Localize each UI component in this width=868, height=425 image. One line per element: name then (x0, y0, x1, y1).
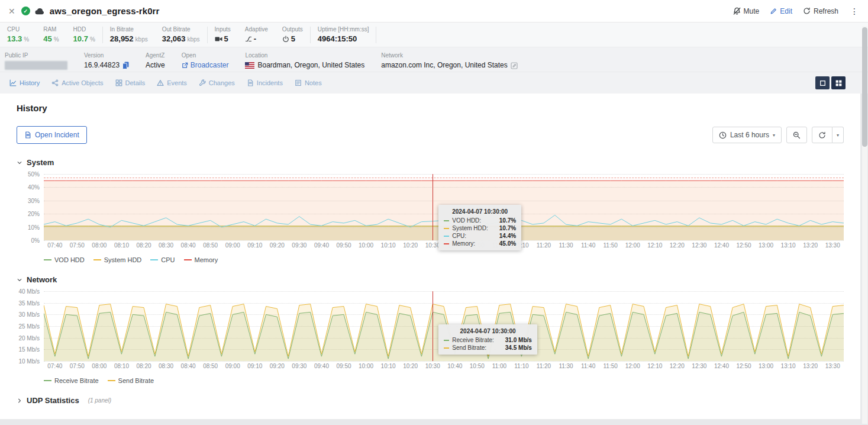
info-location: Location Boardman, Oregon, United States (237, 51, 373, 69)
hdd-unit: % (90, 37, 95, 43)
tooltip-title: 2024-04-07 10:30:00 (444, 208, 516, 215)
x-tick-label: 12:00 (625, 363, 640, 369)
copy-icon[interactable] (122, 62, 129, 69)
chart-cursor (433, 174, 433, 240)
clock-icon (719, 131, 727, 139)
tooltip-rows: Receive Bitrate:31.0 Mb/sSend Bitrate:34… (444, 337, 532, 351)
section-system-toggle[interactable]: System (17, 158, 844, 167)
legend-item-vod-hdd[interactable]: VOD HDD (44, 256, 85, 263)
x-tick-label: 12:40 (714, 242, 729, 249)
out-bitrate-value: 32,063 (162, 35, 186, 43)
tab-events[interactable]: Events (151, 76, 193, 90)
grid-view-button[interactable] (831, 76, 846, 89)
x-tick-label: 12:30 (692, 242, 706, 249)
in-bitrate-value: 28,952 (110, 35, 134, 43)
single-view-button[interactable] (815, 76, 830, 89)
refresh-icon (803, 7, 811, 15)
open-incident-button[interactable]: Open Incident (17, 126, 87, 144)
y-tick-label: 35 Mb/s (18, 300, 40, 306)
stat-ram: RAM 45% (36, 22, 66, 47)
bell-slash-icon (733, 7, 741, 15)
x-tick-label: 13:20 (803, 363, 818, 369)
x-tick-label: 13:00 (759, 363, 773, 369)
system-y-axis: 0%10%20%30%40%50% (17, 174, 44, 240)
scrollbar-thumb[interactable] (862, 27, 867, 147)
time-range-button[interactable]: Last 6 hours ▾ (712, 127, 782, 143)
zoom-out-button[interactable] (786, 127, 807, 143)
x-tick-label: 10:00 (359, 363, 373, 369)
tab-notes[interactable]: Notes (289, 76, 328, 90)
info-label: Location (245, 52, 267, 59)
scrollbar[interactable] (862, 26, 867, 424)
edit-network-icon[interactable] (511, 62, 518, 69)
info-version: Version 16.9.44823 (76, 51, 137, 69)
info-open: Open Broadcaster (173, 51, 237, 69)
info-public-ip: Public IP (0, 51, 76, 70)
x-tick-label: 13:10 (781, 363, 796, 369)
x-tick-label: 11:50 (604, 242, 618, 249)
caret-down-icon: ▾ (773, 133, 775, 138)
stat-label: In Bitrate (110, 27, 148, 33)
tab-incidents[interactable]: Incidents (241, 76, 289, 90)
x-tick-label: 08:20 (136, 242, 151, 249)
stat-adaptive: Adaptive - (238, 22, 275, 47)
time-range-label: Last 6 hours (730, 131, 769, 139)
legend-item-memory[interactable]: Memory (184, 256, 218, 263)
stat-label: Inputs (215, 27, 231, 33)
divider (376, 27, 376, 43)
legend-label: VOD HDD (54, 256, 85, 263)
refresh-split-button: ▾ (812, 127, 844, 143)
system-plot-area[interactable]: 2024-04-07 10:30:00 VOD HDD:10.7%System … (44, 174, 844, 240)
chevron-right-icon (17, 398, 22, 404)
x-tick-label: 09:40 (314, 242, 329, 249)
x-tick-label: 08:10 (114, 363, 129, 369)
grid-icon (115, 79, 122, 86)
legend-item-send-bitrate[interactable]: Send Bitrate (108, 377, 154, 384)
agentz-value: Active (146, 62, 165, 69)
status-ok-icon: ✓ (21, 7, 30, 15)
external-link-icon (182, 62, 188, 69)
tab-active-objects[interactable]: Active Objects (46, 76, 109, 90)
section-network-toggle[interactable]: Network (17, 275, 844, 284)
broadcaster-link[interactable]: Broadcaster (182, 62, 229, 69)
tab-changes[interactable]: Changes (193, 76, 241, 90)
x-tick-label: 09:10 (247, 363, 262, 369)
tooltip-row: CPU:14.4% (444, 233, 516, 239)
chevron-down-icon (17, 160, 22, 166)
x-tick-label: 13:30 (825, 363, 840, 369)
titlebar: ✕ ✓ aws_oregon_egress-rk0rr Mute Edit Re… (0, 0, 868, 22)
x-tick-label: 09:40 (314, 363, 329, 369)
warning-icon (157, 79, 164, 86)
x-tick-label: 09:20 (270, 363, 285, 369)
kebab-menu-icon[interactable]: ⋮ (849, 7, 860, 16)
legend-item-system-hdd[interactable]: System HDD (93, 256, 142, 263)
x-tick-label: 08:50 (203, 363, 218, 369)
x-tick-label: 08:40 (181, 363, 196, 369)
refresh-chart-button[interactable] (812, 127, 832, 143)
tab-label: Incidents (257, 79, 283, 86)
network-plot-area[interactable]: 2024-04-07 10:30:00 Receive Bitrate:31.0… (44, 291, 844, 361)
x-tick-label: 09:20 (270, 242, 285, 249)
refresh-button[interactable]: Refresh (803, 7, 838, 15)
close-icon[interactable]: ✕ (8, 7, 15, 16)
stat-label: Uptime [HH:mm:ss] (318, 27, 369, 33)
tab-label: Events (167, 79, 187, 86)
info-label: Open (182, 52, 196, 59)
x-tick-label: 09:10 (247, 242, 262, 249)
tabs: HistoryActive ObjectsDetailsEventsChange… (4, 76, 328, 90)
stat-hdd: HDD 10.7% (66, 22, 102, 47)
edit-button[interactable]: Edit (770, 7, 792, 15)
tab-details[interactable]: Details (109, 76, 151, 90)
x-tick-label: 11:10 (514, 363, 528, 369)
mute-button[interactable]: Mute (733, 7, 760, 15)
refresh-interval-button[interactable]: ▾ (832, 127, 844, 143)
stat-value: 5 (282, 35, 303, 43)
tab-history[interactable]: History (4, 76, 46, 90)
x-tick-label: 08:50 (203, 242, 218, 249)
legend-item-receive-bitrate[interactable]: Receive Bitrate (44, 377, 99, 384)
outputs-value: 5 (291, 35, 295, 43)
section-udp-toggle[interactable]: UDP Statistics (1 panel) (17, 396, 844, 405)
x-tick-label: 13:00 (759, 242, 773, 249)
x-tick-label: 11:20 (537, 242, 551, 249)
legend-item-cpu[interactable]: CPU (150, 256, 175, 263)
